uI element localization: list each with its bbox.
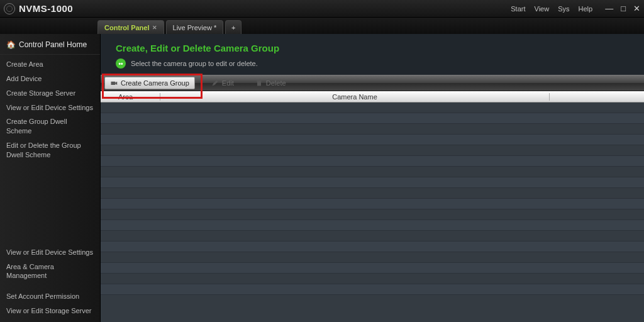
main-panel: Create, Edit or Delete Camera Group •• S… xyxy=(101,34,644,322)
table-row[interactable] xyxy=(101,274,644,284)
column-headers: Area Camera Name xyxy=(101,91,644,103)
create-camera-group-button[interactable]: Create Camera Group xyxy=(104,77,195,89)
hint-row: •• Select the camera group to edit or de… xyxy=(116,58,629,69)
table-row[interactable] xyxy=(101,284,644,295)
pencil-icon xyxy=(211,79,219,87)
button-label: Delete xyxy=(266,79,286,87)
table-row[interactable] xyxy=(101,263,644,274)
toolbar: Create Camera Group Edit Delete xyxy=(101,75,644,91)
system-menu: Start View Sys Help xyxy=(511,5,592,13)
sidebar-bottom-area-camera-management[interactable]: Area & Camera Management xyxy=(0,260,100,284)
button-label: Edit xyxy=(222,79,234,87)
menu-sys[interactable]: Sys xyxy=(558,5,569,13)
trash-icon xyxy=(255,79,263,87)
table-row[interactable] xyxy=(101,252,644,263)
table-row[interactable] xyxy=(101,242,644,252)
button-label: Create Camera Group xyxy=(121,79,189,87)
table-row[interactable] xyxy=(101,103,644,113)
table-row[interactable] xyxy=(101,145,644,156)
sidebar-item-edit-delete-group-dwell-scheme[interactable]: Edit or Delete the Group Dwell Scheme xyxy=(0,138,100,162)
menu-help[interactable]: Help xyxy=(579,5,593,13)
svg-rect-3 xyxy=(257,80,262,82)
table-row[interactable] xyxy=(101,199,644,209)
tab-label: Live Preview * xyxy=(173,24,217,31)
home-icon: 🏠 xyxy=(6,40,16,49)
table-row[interactable] xyxy=(101,209,644,220)
tab-row: Control Panel ✕ Live Preview * + xyxy=(0,18,644,34)
hint-text: Select the camera group to edit or delet… xyxy=(131,60,258,67)
sidebar-bottom-set-account-permission[interactable]: Set Account Permission xyxy=(0,289,100,304)
maximize-icon[interactable]: □ xyxy=(621,4,626,13)
sidebar-item-create-area[interactable]: Create Area xyxy=(0,57,100,72)
app-title: NVMS-1000 xyxy=(19,3,73,14)
table-row[interactable] xyxy=(101,177,644,188)
table-row[interactable] xyxy=(101,167,644,177)
camera-icon xyxy=(110,79,118,87)
plus-icon: + xyxy=(231,24,235,31)
table-row[interactable] xyxy=(101,220,644,231)
table-row[interactable] xyxy=(101,156,644,167)
menu-start[interactable]: Start xyxy=(511,5,525,13)
tab-close-icon[interactable]: ✕ xyxy=(152,25,157,31)
sidebar-item-create-storage-server[interactable]: Create Storage Server xyxy=(0,86,100,101)
sidebar-item-view-edit-device-settings[interactable]: View or Edit Device Settings xyxy=(0,101,100,115)
data-rows xyxy=(101,103,644,322)
sidebar-item-add-device[interactable]: Add Device xyxy=(0,72,100,86)
sidebar-home-label: Control Panel Home xyxy=(19,40,87,49)
close-icon[interactable]: ✕ xyxy=(633,4,640,13)
svg-marker-1 xyxy=(115,82,117,85)
edit-button[interactable]: Edit xyxy=(206,77,239,89)
sidebar-bottom-view-edit-storage-server[interactable]: View or Edit Storage Server xyxy=(0,304,100,318)
menu-view[interactable]: View xyxy=(535,5,550,13)
svg-rect-2 xyxy=(257,82,261,86)
table-row[interactable] xyxy=(101,231,644,242)
tab-label: Control Panel xyxy=(104,24,150,31)
tab-live-preview[interactable]: Live Preview * xyxy=(166,20,224,34)
window-controls: — □ ✕ xyxy=(605,4,640,13)
column-area[interactable]: Area xyxy=(101,93,160,101)
title-bar: NVMS-1000 Start View Sys Help — □ ✕ xyxy=(0,0,644,18)
sidebar: 🏠 Control Panel Home Create Area Add Dev… xyxy=(0,34,101,322)
sidebar-home[interactable]: 🏠 Control Panel Home xyxy=(0,38,100,55)
page-title: Create, Edit or Delete Camera Group xyxy=(116,43,629,53)
table-row[interactable] xyxy=(101,124,644,135)
column-camera-name[interactable]: Camera Name xyxy=(160,93,550,101)
hint-bubble-icon: •• xyxy=(116,58,126,69)
svg-rect-0 xyxy=(111,82,116,85)
sidebar-bottom-view-edit-device-settings[interactable]: View or Edit Device Settings xyxy=(0,245,100,260)
minimize-icon[interactable]: — xyxy=(605,4,613,13)
tab-control-panel[interactable]: Control Panel ✕ xyxy=(97,20,164,34)
tab-add[interactable]: + xyxy=(225,20,242,34)
delete-button[interactable]: Delete xyxy=(250,77,291,89)
app-logo-icon xyxy=(4,3,15,14)
main-header: Create, Edit or Delete Camera Group •• S… xyxy=(101,34,644,75)
table-row[interactable] xyxy=(101,113,644,124)
table-row[interactable] xyxy=(101,188,644,199)
table-row[interactable] xyxy=(101,135,644,145)
sidebar-item-create-group-dwell-scheme[interactable]: Create Group Dwell Scheme xyxy=(0,114,100,138)
